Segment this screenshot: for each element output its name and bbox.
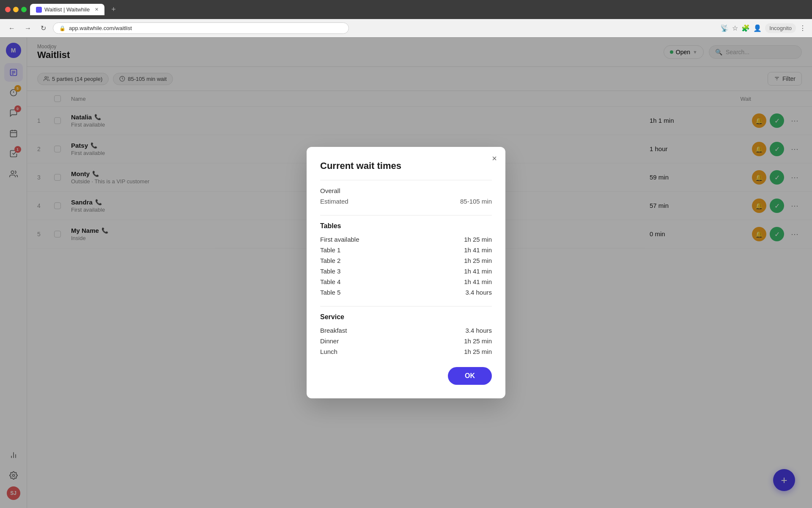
modal-table-row-2: Table 2 1h 25 min [320, 255, 492, 266]
modal-table-row-0: First available 1h 25 min [320, 234, 492, 245]
profile-icon[interactable]: 👤 [753, 24, 762, 32]
cast-icon[interactable]: 📡 [720, 24, 729, 32]
wait-times-modal: Current wait times × Overall Estimated 8… [307, 147, 505, 398]
maximize-dot[interactable] [21, 7, 27, 12]
modal-estimated-row: Estimated 85-105 min [320, 196, 492, 207]
browser-titlebar: Waitlist | Waitwhile ✕ + [0, 0, 812, 19]
modal-service-row-1: Dinner 1h 25 min [320, 336, 492, 346]
modal-table-row-3: Table 3 1h 41 min [320, 266, 492, 276]
extensions-icon[interactable]: 🧩 [741, 24, 750, 32]
address-bar[interactable]: 🔒 app.waitwhile.com/waitlist [53, 22, 349, 34]
modal-estimated-label: Estimated [320, 198, 348, 205]
modal-table-row-5: Table 5 3.4 hours [320, 287, 492, 298]
modal-title: Current wait times [320, 160, 492, 171]
modal-table-row-4: Table 4 1h 41 min [320, 276, 492, 287]
modal-tables-title: Tables [320, 222, 492, 230]
browser-dots [5, 7, 27, 12]
browser-actions: 📡 ☆ 🧩 👤 Incognito ⋮ [720, 23, 806, 33]
tab-title: Waitlist | Waitwhile [44, 6, 90, 13]
url-text: app.waitwhile.com/waitlist [69, 25, 132, 31]
modal-overall-label: Overall [320, 187, 340, 194]
modal-overlay[interactable]: Current wait times × Overall Estimated 8… [0, 37, 812, 508]
new-tab-button[interactable]: + [108, 3, 119, 16]
minimize-dot[interactable] [13, 7, 19, 12]
lock-icon: 🔒 [59, 25, 66, 31]
menu-icon[interactable]: ⋮ [799, 24, 806, 32]
modal-service-section: Service Breakfast 3.4 hours Dinner 1h 25… [320, 313, 492, 357]
browser-tab[interactable]: Waitlist | Waitwhile ✕ [30, 4, 104, 15]
incognito-badge: Incognito [765, 23, 796, 33]
tab-favicon [36, 7, 42, 13]
forward-button[interactable]: → [22, 23, 34, 34]
modal-overall-section: Overall Estimated 85-105 min [320, 187, 492, 207]
modal-service-title: Service [320, 313, 492, 321]
modal-service-row-2: Lunch 1h 25 min [320, 346, 492, 357]
back-button[interactable]: ← [6, 23, 18, 34]
reload-button[interactable]: ↻ [38, 22, 49, 34]
modal-divider-2 [320, 215, 492, 215]
modal-divider-1 [320, 180, 492, 180]
modal-service-row-0: Breakfast 3.4 hours [320, 325, 492, 336]
incognito-label: Incognito [769, 25, 792, 31]
browser-toolbar: ← → ↻ 🔒 app.waitwhile.com/waitlist 📡 ☆ 🧩… [0, 19, 812, 38]
modal-table-row-1: Table 1 1h 41 min [320, 245, 492, 255]
browser-chrome: Waitlist | Waitwhile ✕ + ← → ↻ 🔒 app.wai… [0, 0, 812, 38]
modal-overall-row: Overall [320, 187, 492, 194]
modal-close-button[interactable]: × [492, 154, 497, 163]
modal-ok-button[interactable]: OK [448, 367, 492, 385]
modal-divider-3 [320, 306, 492, 306]
modal-tables-section: Tables First available 1h 25 min Table 1… [320, 222, 492, 298]
bookmark-icon[interactable]: ☆ [732, 24, 738, 32]
close-dot[interactable] [5, 7, 11, 12]
tab-close[interactable]: ✕ [95, 7, 99, 12]
modal-estimated-value: 85-105 min [460, 198, 492, 205]
